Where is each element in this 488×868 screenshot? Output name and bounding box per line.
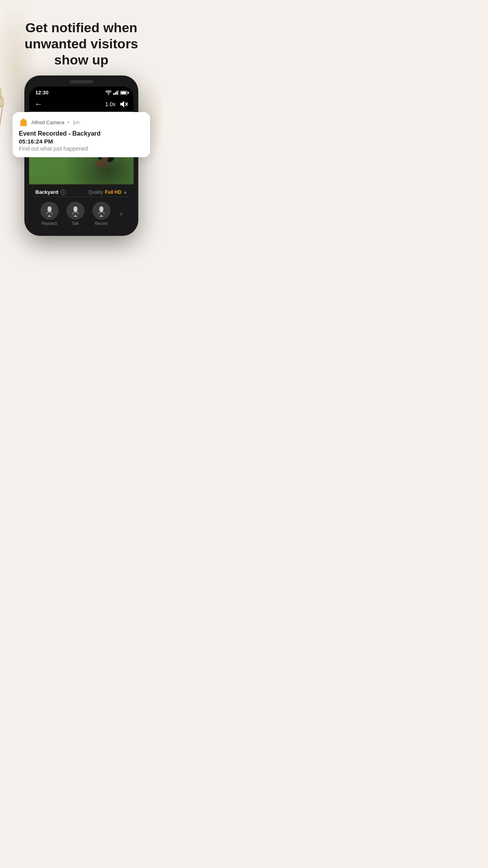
notification-position-wrapper: 12:30 (24, 75, 138, 236)
talk-circle (66, 202, 84, 220)
bottom-bar: Backyard i Quality Full HD ▲ (29, 184, 134, 231)
wifi-icon (105, 90, 112, 95)
quality-label: Quality (88, 189, 103, 195)
quality-arrow-icon[interactable]: ▲ (123, 190, 127, 194)
record-mic-icon (98, 206, 105, 215)
camera-name: Backyard (35, 189, 59, 195)
mute-icon[interactable] (119, 101, 128, 108)
status-icons (105, 90, 127, 95)
app-top-bar: ← 1.0x (29, 97, 134, 112)
playback-circle (40, 202, 59, 220)
notification-body: Find out what just happened (19, 145, 144, 152)
record-label: Record (95, 221, 107, 226)
playback-mic-icon (46, 206, 53, 215)
battery-icon (120, 91, 127, 95)
header-title-line2: unwanted visitors show up (24, 36, 138, 67)
header-section: Get notified when unwanted visitors show… (0, 0, 163, 75)
status-bar: 12:30 (29, 86, 134, 97)
talk-label: Talk (72, 221, 79, 226)
notification-timestamp: 05:16:24 PM (19, 138, 144, 145)
pampas-decoration-left (0, 98, 2, 128)
notification-separator: • (68, 120, 70, 125)
info-icon[interactable]: i (61, 189, 66, 195)
phone-screen: 12:30 (29, 86, 134, 231)
notification-app-name: Alfred Camera (31, 120, 64, 125)
playback-button[interactable]: Playback (40, 202, 59, 226)
record-circle (92, 202, 110, 220)
notification-header: Alfred Camera • 1m (19, 118, 144, 127)
next-arrow-icon[interactable]: › (120, 210, 123, 218)
svg-rect-4 (117, 90, 119, 95)
svg-rect-2 (115, 92, 116, 95)
svg-rect-3 (116, 91, 117, 95)
quality-value[interactable]: Full HD (105, 189, 121, 195)
phone-notch (70, 80, 93, 83)
record-button[interactable]: Record (92, 202, 110, 226)
notification-card: Alfred Camera • 1m Event Recorded - Back… (13, 112, 150, 157)
notification-time: 1m (72, 120, 79, 125)
quality-row: Quality Full HD ▲ (88, 189, 127, 195)
camera-label-row: Backyard i Quality Full HD ▲ (33, 188, 130, 197)
playback-label: Playback (41, 221, 57, 226)
header-title: Get notified when unwanted visitors show… (12, 20, 151, 68)
phone-outer-wrapper: 12:30 (0, 75, 163, 236)
notification-title: Event Recorded - Backyard (19, 130, 144, 137)
header-title-line1: Get notified when (25, 20, 137, 35)
zoom-mute-controls: 1.0x (105, 101, 128, 108)
status-time: 12:30 (35, 90, 48, 96)
controls-row: Playback (33, 200, 130, 228)
svg-rect-1 (113, 93, 114, 95)
svg-point-0 (108, 94, 109, 95)
app-icon (19, 118, 28, 127)
talk-mic-icon (72, 206, 79, 215)
signal-icon (113, 90, 119, 95)
back-button[interactable]: ← (35, 99, 42, 108)
talk-button[interactable]: Talk (66, 202, 84, 226)
zoom-level[interactable]: 1.0x (105, 101, 116, 107)
camera-label: Backyard i (35, 189, 66, 195)
